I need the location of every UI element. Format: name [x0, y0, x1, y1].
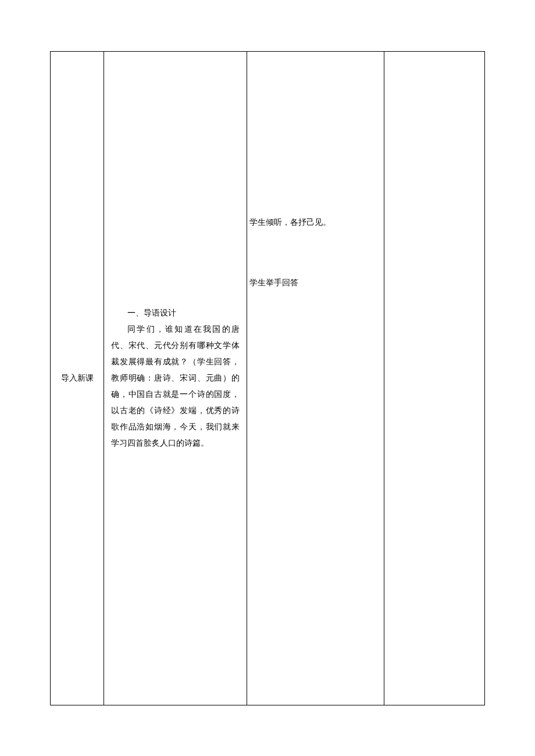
page: 导入新课 一、导语设计 同学们，谁知道在我国的唐代、宋代、元代分别有哪种文学体裁…: [0, 0, 535, 756]
student-line-1: 学生倾听，各抒己见。: [249, 214, 381, 231]
cell-stage: 导入新课: [51, 52, 104, 705]
student-activity-content: 学生倾听，各抒己见。 学生举手回答: [247, 52, 384, 705]
student-line-2: 学生举手回答: [249, 275, 381, 291]
stage-label: 导入新课: [51, 372, 104, 385]
intro-paragraph: 同学们，谁知道在我国的唐代、宋代、元代分别有哪种文学体裁发展得最有成就？（学生回…: [111, 321, 240, 452]
teacher-activity-content: 一、导语设计 同学们，谁知道在我国的唐代、宋代、元代分别有哪种文学体裁发展得最有…: [104, 305, 247, 452]
lesson-table: 导入新课 一、导语设计 同学们，谁知道在我国的唐代、宋代、元代分别有哪种文学体裁…: [50, 51, 485, 705]
cell-notes: [384, 52, 485, 705]
section-title: 一、导语设计: [111, 305, 240, 321]
cell-student-activity: 学生倾听，各抒己见。 学生举手回答: [247, 52, 384, 705]
table-row: 导入新课 一、导语设计 同学们，谁知道在我国的唐代、宋代、元代分别有哪种文学体裁…: [51, 52, 485, 705]
cell-teacher-activity: 一、导语设计 同学们，谁知道在我国的唐代、宋代、元代分别有哪种文学体裁发展得最有…: [104, 52, 247, 705]
